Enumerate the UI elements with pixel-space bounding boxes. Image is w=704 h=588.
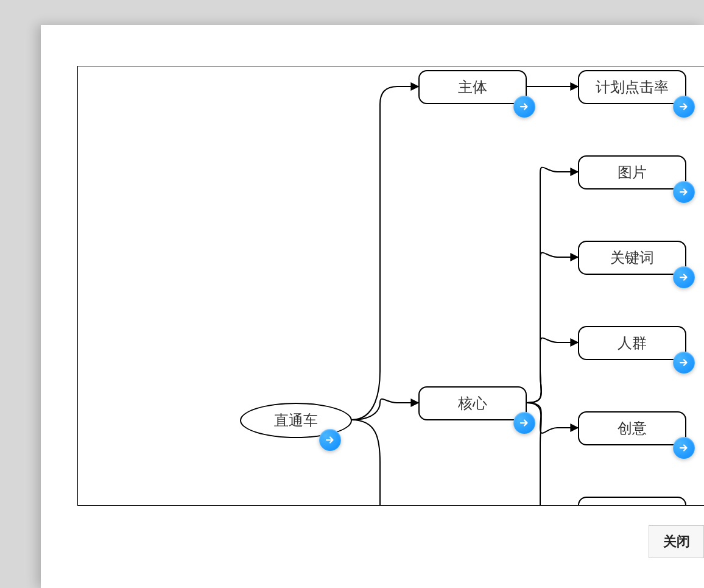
close-button[interactable]: 关闭 bbox=[649, 525, 704, 558]
node-root-label: 直通车 bbox=[274, 411, 318, 430]
node-subject[interactable]: 主体 bbox=[418, 70, 527, 104]
node-subject-label: 主体 bbox=[458, 77, 487, 97]
node-keyword[interactable]: 关键词 bbox=[578, 241, 686, 275]
expand-icon[interactable] bbox=[673, 181, 695, 203]
node-creative[interactable]: 创意 bbox=[578, 411, 686, 445]
node-region-label: 地域 bbox=[618, 504, 647, 506]
node-core[interactable]: 核心 bbox=[418, 386, 527, 420]
node-creative-label: 创意 bbox=[618, 419, 647, 438]
expand-icon[interactable] bbox=[673, 437, 695, 459]
diagram-canvas[interactable]: 直通车 主体 计划点击率 核心 bbox=[78, 66, 704, 505]
expand-icon[interactable] bbox=[673, 96, 695, 118]
node-core-label: 核心 bbox=[458, 394, 487, 413]
node-keyword-label: 关键词 bbox=[610, 248, 654, 267]
node-region[interactable]: 地域 bbox=[578, 497, 686, 506]
node-image[interactable]: 图片 bbox=[578, 155, 686, 190]
node-plan-ctr-label: 计划点击率 bbox=[596, 77, 669, 97]
node-plan-ctr[interactable]: 计划点击率 bbox=[578, 70, 686, 104]
expand-icon[interactable] bbox=[319, 429, 341, 451]
node-crowd-label: 人群 bbox=[618, 333, 647, 353]
node-crowd[interactable]: 人群 bbox=[578, 326, 686, 360]
close-button-label: 关闭 bbox=[663, 533, 690, 551]
modal-panel: 直通车 主体 计划点击率 核心 bbox=[41, 25, 704, 588]
expand-icon[interactable] bbox=[673, 266, 695, 288]
diagram-canvas-frame: 直通车 主体 计划点击率 核心 bbox=[77, 66, 704, 506]
node-image-label: 图片 bbox=[618, 163, 647, 182]
expand-icon[interactable] bbox=[513, 412, 535, 434]
expand-icon[interactable] bbox=[673, 352, 695, 374]
expand-icon[interactable] bbox=[513, 96, 535, 118]
